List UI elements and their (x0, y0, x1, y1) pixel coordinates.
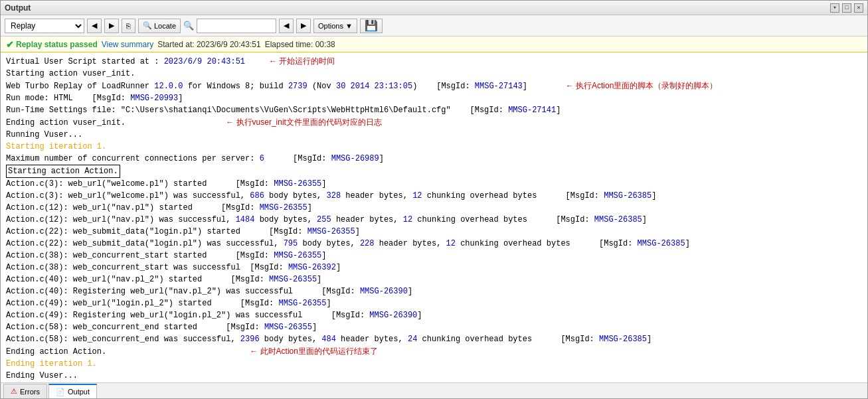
log-line: Action.c(38): web_concurrent_start was s… (6, 262, 862, 274)
copy-icon: ⎘ (126, 22, 131, 30)
log-line: Action.c(40): Registering web_url("nav.p… (6, 285, 862, 297)
log-line: Action.c(12): web_url("nav.pl") was succ… (6, 214, 862, 226)
search-icon: 🔍 (183, 21, 194, 31)
boxed-action: Starting action Action. (6, 165, 120, 178)
tab-output[interactable]: 📄 Output (48, 384, 97, 398)
forward-button[interactable]: ▶ (104, 19, 119, 33)
log-line: Run mode: HTML [MsgId: MMSG-20993] (6, 92, 862, 104)
view-summary-link[interactable]: View summary (102, 40, 153, 49)
log-line: Virtual User Script started at : 2023/6/… (6, 55, 862, 68)
status-started: Started at: 2023/6/9 20:43:51 (157, 40, 260, 49)
options-button[interactable]: Options ▼ (313, 19, 357, 33)
log-line: Starting action Action. (6, 165, 862, 178)
log-line: Action.c(22): web_submit_data("login.pl"… (6, 226, 862, 238)
bottom-tabs: ⚠ Errors 📄 Output (1, 382, 867, 398)
log-line: Ending iteration 1. (6, 358, 862, 370)
log-line: Starting action vuser_init. (6, 68, 862, 80)
locate-icon: 🔍 (143, 21, 152, 30)
tab-errors[interactable]: ⚠ Errors (3, 384, 47, 398)
log-line: Action.c(58): web_concurrent_end started… (6, 321, 862, 333)
back-button[interactable]: ◀ (87, 19, 102, 33)
save-button[interactable]: 💾 (360, 19, 383, 33)
log-line: Ending Vuser... (6, 370, 862, 382)
output-area[interactable]: Virtual User Script started at : 2023/6/… (1, 52, 867, 382)
log-line: Maximum number of concurrent connections… (6, 153, 862, 165)
log-line: Action.c(38): web_concurrent_start start… (6, 250, 862, 262)
status-elapsed: Elapsed time: 00:38 (265, 40, 335, 49)
next-search-button[interactable]: ▶ (296, 19, 311, 33)
save-icon: 💾 (365, 19, 378, 32)
replay-status: ✔ Replay status passed (6, 39, 98, 50)
search-input[interactable] (197, 19, 276, 33)
errors-icon: ⚠ (11, 387, 17, 396)
log-line: Web Turbo Replay of LoadRunner 12.0.0 fo… (6, 80, 862, 92)
log-line: Action.c(22): web_submit_data("login.pl"… (6, 238, 862, 250)
output-window: Output ▾ □ ✕ Replay ◀ ▶ ⎘ 🔍 Locate 🔍 ◀ ▶… (0, 0, 868, 399)
options-dropdown-icon: ▼ (345, 22, 353, 30)
log-line: Action.c(49): Registering web_url("login… (6, 309, 862, 321)
locate-button[interactable]: 🔍 Locate (138, 19, 181, 33)
toolbar: Replay ◀ ▶ ⎘ 🔍 Locate 🔍 ◀ ▶ Options ▼ 💾 (1, 15, 867, 37)
close-button[interactable]: ✕ (854, 3, 863, 13)
log-line: Starting iteration 1. (6, 141, 862, 153)
replay-select[interactable]: Replay (5, 19, 84, 33)
float-button[interactable]: □ (842, 3, 851, 13)
log-line: Action.c(12): web_url("nav.pl") started … (6, 202, 862, 214)
log-line: Run-Time Settings file: "C:\Users\shatia… (6, 104, 862, 116)
log-line: Action.c(3): web_url("welcome.pl") start… (6, 178, 862, 190)
log-line: Action.c(49): web_url("login.pl_2") star… (6, 297, 862, 309)
pin-button[interactable]: ▾ (830, 3, 839, 13)
prev-search-button[interactable]: ◀ (279, 19, 294, 33)
output-icon: 📄 (56, 388, 65, 396)
title-bar: Output ▾ □ ✕ (1, 1, 867, 15)
log-line: Ending action vuser_init. ← 执行vuser_init… (6, 116, 862, 129)
log-line: Action.c(3): web_url("welcome.pl") was s… (6, 190, 862, 202)
log-line: Action.c(40): web_url("nav.pl_2") starte… (6, 274, 862, 285)
log-line: Action.c(58): web_concurrent_end was suc… (6, 333, 862, 345)
title-controls: ▾ □ ✕ (830, 3, 863, 13)
check-icon: ✔ (6, 39, 14, 50)
status-bar: ✔ Replay status passed View summary Star… (1, 37, 867, 52)
window-title: Output (5, 3, 31, 13)
log-line: Running Vuser... (6, 129, 862, 141)
copy-button[interactable]: ⎘ (122, 19, 135, 33)
log-line: Ending action Action. ← 此时Action里面的代码运行结… (6, 345, 862, 358)
